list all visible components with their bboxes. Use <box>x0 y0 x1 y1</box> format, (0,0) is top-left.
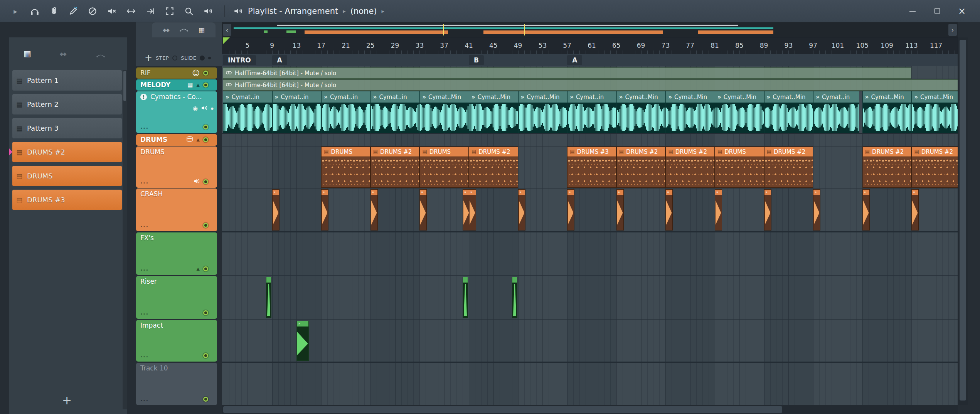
track-header[interactable]: Impact... <box>136 320 217 362</box>
track-header[interactable]: DRUMS... <box>136 146 217 188</box>
maximize-button[interactable] <box>931 5 944 18</box>
audio-clip[interactable]: »Cymat..Min <box>665 91 715 133</box>
pattern-item[interactable]: ▤DRUMS #2 <box>12 142 122 162</box>
channel-grid-icon[interactable]: ▦ <box>187 81 193 88</box>
monitor-speaker-button[interactable] <box>201 105 207 112</box>
track-enable-led[interactable] <box>203 82 208 88</box>
add-track-mode-button[interactable]: + <box>145 53 152 62</box>
track-enable-led[interactable] <box>203 137 208 142</box>
riser-clip[interactable] <box>463 277 468 318</box>
playlist-grid[interactable]: HalfTime-64bit [64bit] - Mute / soloHalf… <box>222 66 958 405</box>
collapse-arrow-icon[interactable]: ▲ <box>197 82 200 88</box>
zoom-tool[interactable] <box>181 3 197 19</box>
typing-keyboard-tool[interactable] <box>46 3 62 19</box>
automation-clip[interactable]: HalfTime-64bit [64bit] - Mute / solo <box>223 67 911 79</box>
pattern-clip[interactable]: ▤DRUMS #2 <box>469 146 518 188</box>
vertical-scrollbar[interactable] <box>958 37 968 405</box>
track-enable-led[interactable] <box>203 353 208 358</box>
crash-clip[interactable]: » <box>321 189 328 231</box>
scroll-left-button[interactable]: ‹ <box>223 24 231 36</box>
timeline-ruler[interactable]: 5913172125293337414549535761656973778185… <box>222 37 958 54</box>
crash-clip[interactable]: » <box>911 189 919 231</box>
track-header[interactable]: !Cymatics - Co...◉●... <box>136 91 217 133</box>
audio-clip[interactable]: »Cymat..Min <box>469 91 518 133</box>
section-marker[interactable]: A <box>272 55 287 65</box>
pattern-item[interactable]: ▤Pattern 2 <box>12 94 122 114</box>
pan-tool[interactable] <box>123 3 139 19</box>
crash-clip[interactable]: » <box>764 189 771 231</box>
pattern-clip[interactable]: ▤DRUMS #2 <box>665 146 715 188</box>
audio-clip[interactable]: »Cymat..in <box>223 91 272 133</box>
audio-clip[interactable]: »Cymat..in <box>272 91 322 133</box>
section-marker-row[interactable]: INTROABA <box>222 54 958 66</box>
draw-tool[interactable] <box>66 3 81 19</box>
pattern-clip[interactable]: ▤DRUMS #3 <box>567 146 616 188</box>
scroll-right-button[interactable]: › <box>948 24 957 36</box>
record-dot-icon[interactable]: ● <box>211 107 214 110</box>
audio-clip[interactable]: »Cymat..Min <box>419 91 469 133</box>
audio-clip[interactable]: »Cymat..in <box>370 91 420 133</box>
audio-clip[interactable]: »Cymat..Min <box>715 91 764 133</box>
track-options-dots[interactable]: ... <box>140 178 149 185</box>
track-header[interactable]: MELODY▦▲ <box>136 79 217 91</box>
crash-clip[interactable]: » <box>862 189 870 231</box>
overview-content[interactable] <box>233 23 947 36</box>
track-options-dots[interactable]: ... <box>140 222 149 228</box>
track-enable-led[interactable] <box>203 266 208 271</box>
section-marker[interactable]: B <box>469 55 484 65</box>
track-enable-led[interactable] <box>203 223 208 228</box>
track-enable-led[interactable] <box>203 179 208 184</box>
audio-clip[interactable]: »Cymat..Min <box>764 91 813 133</box>
crash-clip[interactable]: » <box>518 189 525 231</box>
riser-clip[interactable] <box>266 277 271 318</box>
mute-speaker-button[interactable] <box>194 178 200 185</box>
pattern-clip[interactable]: ▤DRUMS <box>321 146 370 188</box>
automation-clip[interactable]: HalfTime-64bit [64bit] - Mute / solo <box>223 79 958 91</box>
select-tool[interactable] <box>162 3 177 19</box>
crash-clip[interactable]: » <box>567 189 574 231</box>
disable-tool[interactable] <box>85 3 100 19</box>
section-marker[interactable]: A <box>567 55 582 65</box>
audio-clip[interactable]: »Cymat..Min <box>911 91 958 133</box>
track-options-dots[interactable]: ... <box>140 266 149 272</box>
crash-clip[interactable]: » <box>715 189 722 231</box>
riser-clip[interactable] <box>512 277 517 318</box>
crash-clip[interactable]: » <box>665 189 673 231</box>
pattern-clip[interactable]: ▤DRUMS <box>715 146 764 188</box>
pattern-clip[interactable]: ▤DRUMS #2 <box>862 146 912 188</box>
close-button[interactable]: × <box>955 5 968 18</box>
pattern-clip[interactable]: ▤DRUMS #2 <box>911 146 958 188</box>
section-marker[interactable]: INTRO <box>223 55 256 65</box>
crash-clip[interactable]: » <box>616 189 624 231</box>
scrollbar-thumb[interactable] <box>960 40 966 401</box>
horizontal-scrollbar[interactable] <box>222 405 958 414</box>
audio-clip[interactable]: »Cymat..Min <box>518 91 567 133</box>
slide-link-icon[interactable] <box>179 26 189 34</box>
step-toggle[interactable] <box>172 56 177 61</box>
collapse-arrow-icon[interactable]: ▲ <box>197 266 200 271</box>
mode-dot[interactable] <box>208 57 211 59</box>
track-header[interactable]: FX's...▲ <box>136 232 217 275</box>
crash-clip[interactable]: » <box>419 189 427 231</box>
mute-tool[interactable] <box>104 3 120 19</box>
pattern-clip[interactable]: ▤DRUMS #2 <box>616 146 666 188</box>
audio-clip[interactable]: »Cymat..Min <box>862 91 912 133</box>
crash-clip[interactable]: » <box>272 189 280 231</box>
track-header[interactable]: DRUMS▲ <box>136 134 217 146</box>
pattern-clip[interactable]: ▤DRUMS #2 <box>764 146 813 188</box>
knobs-icon[interactable]: ◆◆ <box>163 27 169 33</box>
slide-toggle[interactable] <box>200 56 205 61</box>
track-header[interactable]: Riser... <box>136 276 217 319</box>
slide-link-icon[interactable] <box>96 50 105 60</box>
add-pattern-button[interactable]: + <box>62 394 72 407</box>
track-enable-led[interactable] <box>203 71 208 76</box>
track-enable-led[interactable] <box>203 310 208 315</box>
audio-clip[interactable]: »Cymat..Min <box>616 91 666 133</box>
audio-clip[interactable]: »Cymat..in <box>813 91 859 133</box>
grid-view-icon[interactable]: ▦ <box>199 26 205 34</box>
record-arm-icon[interactable]: ◉ <box>193 105 198 112</box>
track-options-dots[interactable]: ... <box>140 124 149 130</box>
arrangement-overview[interactable]: ‹ › <box>222 22 958 37</box>
track-enable-led[interactable] <box>203 125 208 130</box>
track-enable-led[interactable] <box>203 397 208 402</box>
